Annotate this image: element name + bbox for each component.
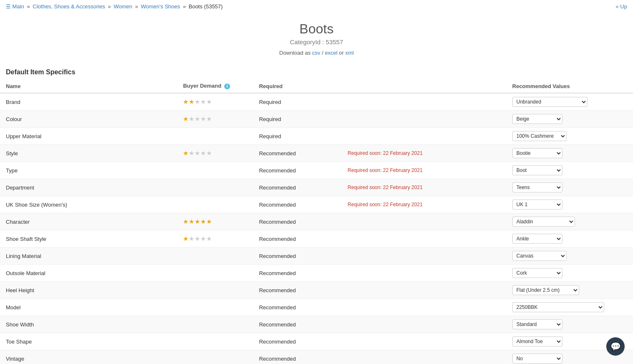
cell-notice: Required soon: 22 February 2021 [342, 162, 506, 179]
star-filled: ★ [183, 115, 188, 123]
cell-demand [177, 162, 253, 179]
cell-notice [342, 299, 506, 316]
cell-notice [342, 230, 506, 248]
cell-notice [342, 111, 506, 128]
cell-required: Recommended [253, 316, 342, 333]
dropdown-heel_height[interactable]: Flat (Under 2.5 cm) [512, 285, 579, 295]
cell-demand: ★★★★★ [177, 93, 253, 111]
breadcrumb-clothes[interactable]: Clothes, Shoes & Accessories [33, 3, 105, 10]
cell-name: Shoe Width [0, 316, 177, 333]
table-row: VintageRecommendedNo [0, 350, 633, 364]
cell-recommended: Beige [506, 111, 633, 128]
download-line: Download as csv / excel or xml [0, 50, 633, 56]
dropdown-brand[interactable]: Unbranded [512, 97, 587, 107]
cell-demand [177, 128, 253, 145]
cell-notice: Required soon: 22 February 2021 [342, 145, 506, 162]
download-csv[interactable]: csv [312, 50, 321, 56]
star-empty: ★ [189, 235, 194, 243]
cell-name: Outsole Material [0, 265, 177, 282]
star-rating: ★★★★★ [183, 115, 212, 123]
cell-recommended: 100% Cashmere [506, 128, 633, 145]
col-header-name: Name [0, 79, 177, 93]
cell-name: Heel Height [0, 282, 177, 299]
cell-notice: Required soon: 22 February 2021 [342, 196, 506, 213]
star-empty: ★ [189, 149, 194, 157]
star-rating: ★★★★★ [183, 235, 212, 243]
cell-notice [342, 265, 506, 282]
star-empty: ★ [189, 115, 194, 123]
dropdown-upper_material[interactable]: 100% Cashmere [512, 131, 567, 141]
up-link[interactable]: « Up [616, 3, 627, 10]
cell-name: Type [0, 162, 177, 179]
table-row: Brand★★★★★RequiredUnbranded [0, 93, 633, 111]
dropdown-outsole_material[interactable]: Cork [512, 268, 562, 278]
cell-recommended: Boot [506, 162, 633, 179]
table-row: Shoe WidthRecommendedStandard [0, 316, 633, 333]
star-filled: ★ [183, 218, 188, 225]
dropdown-type[interactable]: Boot [512, 165, 562, 175]
dropdown-lining_material[interactable]: Canvas [512, 251, 567, 261]
cell-notice [342, 93, 506, 111]
download-xml[interactable]: xml [345, 50, 354, 56]
star-empty: ★ [195, 98, 200, 106]
dropdown-toe_shape[interactable]: Almond Toe [512, 336, 562, 346]
col-header-notice [342, 79, 506, 93]
cell-notice [342, 282, 506, 299]
star-empty: ★ [206, 115, 212, 123]
cell-demand [177, 196, 253, 213]
dropdown-department[interactable]: Teens [512, 182, 562, 192]
dropdown-shoe_shaft_style[interactable]: Ankle [512, 234, 562, 244]
cell-recommended: Unbranded [506, 93, 633, 111]
cell-name: Upper Material [0, 128, 177, 145]
breadcrumb-main[interactable]: ☰ Main [6, 3, 24, 10]
star-filled: ★ [183, 98, 188, 106]
table-row: UK Shoe Size (Women's)RecommendedRequire… [0, 196, 633, 213]
star-empty: ★ [200, 98, 206, 106]
section-title: Default Item Specifics [0, 60, 633, 79]
cell-recommended: Flat (Under 2.5 cm) [506, 282, 633, 299]
star-empty: ★ [200, 115, 206, 123]
cell-demand: ★★★★★ [177, 111, 253, 128]
cell-required: Recommended [253, 162, 342, 179]
cell-name: Vintage [0, 350, 177, 364]
cell-name: Style [0, 145, 177, 162]
buyer-demand-info[interactable]: i [224, 83, 230, 89]
cell-required: Recommended [253, 350, 342, 364]
dropdown-character[interactable]: Aladdin [512, 217, 575, 227]
star-empty: ★ [200, 235, 206, 243]
specifics-table: Name Buyer Demand i Required Recommended… [0, 79, 633, 364]
dropdown-uk_shoe_size[interactable]: UK 1 [512, 200, 562, 210]
chat-button[interactable]: 💬 [606, 337, 625, 356]
star-empty: ★ [206, 98, 212, 106]
cell-demand [177, 265, 253, 282]
page-title: Boots [0, 21, 633, 37]
breadcrumb-women[interactable]: Women [114, 3, 132, 10]
cell-required: Recommended [253, 299, 342, 316]
breadcrumb-nav: ☰ Main » Clothes, Shoes & Accessories » … [6, 3, 223, 10]
cell-required: Recommended [253, 282, 342, 299]
cell-demand [177, 350, 253, 364]
download-excel[interactable]: excel [325, 50, 337, 56]
breadcrumb-current: Boots (53557) [189, 3, 223, 10]
cell-name: Lining Material [0, 248, 177, 265]
dropdown-vintage[interactable]: No [512, 354, 562, 364]
table-row: Character★★★★★RecommendedAladdin [0, 213, 633, 230]
dropdown-style[interactable]: Bootie [512, 148, 562, 158]
star-rating: ★★★★★ [183, 149, 212, 157]
breadcrumb-womens-shoes[interactable]: Women's Shoes [141, 3, 180, 10]
cell-recommended: Teens [506, 179, 633, 196]
cell-recommended: Ankle [506, 230, 633, 248]
star-empty: ★ [206, 235, 212, 243]
cell-required: Recommended [253, 248, 342, 265]
dropdown-model[interactable]: 2250BBK [512, 302, 604, 312]
category-id: CategoryId : 53557 [0, 38, 633, 46]
col-header-demand: Buyer Demand i [177, 79, 253, 93]
star-filled: ★ [200, 218, 206, 225]
star-empty: ★ [206, 149, 212, 157]
cell-required: Recommended [253, 145, 342, 162]
cell-notice [342, 316, 506, 333]
dropdown-colour[interactable]: Beige [512, 114, 562, 124]
dropdown-shoe_width[interactable]: Standard [512, 319, 562, 329]
cell-name: Department [0, 179, 177, 196]
cell-recommended: Canvas [506, 248, 633, 265]
